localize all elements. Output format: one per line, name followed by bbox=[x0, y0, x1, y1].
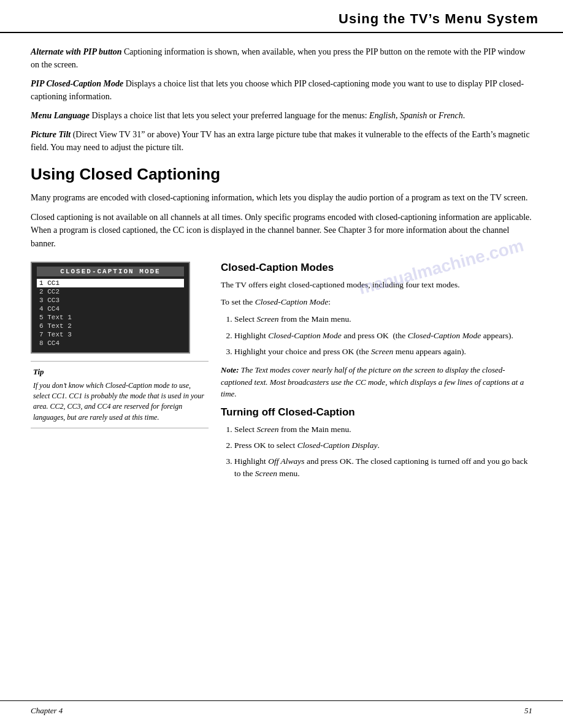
cc-modes-para1: The TV offers eight closed-captioned mod… bbox=[221, 279, 532, 291]
menu-language-text: Displays a choice list that lets you sel… bbox=[90, 111, 369, 120]
cc-modes-steps: Select Screen from the Main menu. Highli… bbox=[234, 313, 532, 358]
intro-section: Alternate with PIP button Captioning inf… bbox=[31, 45, 532, 154]
off-step-2: Press OK to select Closed-Caption Displa… bbox=[234, 439, 532, 452]
footer-chapter: Chapter 4 bbox=[31, 706, 63, 716]
intro-para-4: Picture Tilt (Direct View TV 31” or abov… bbox=[31, 128, 532, 154]
intro-para-2: PIP Closed-Caption Mode Displays a choic… bbox=[31, 77, 532, 103]
tv-item-cc3: 3 CC3 bbox=[37, 296, 184, 305]
cc-step-1: Select Screen from the Main menu. bbox=[234, 313, 532, 325]
body-para-2: Closed captioning is not available on al… bbox=[31, 211, 532, 251]
tv-title-bar: CLOSED-CAPTION MODE bbox=[37, 267, 184, 276]
cc-step-3: Highlight your choice and press OK (the … bbox=[234, 346, 532, 358]
cc-modes-heading: Closed-Caption Modes bbox=[221, 262, 532, 274]
left-column: CLOSED-CAPTION MODE 1 CC1 2 CC2 3 CC3 4 … bbox=[31, 262, 209, 487]
picture-tilt-label: Picture Tilt bbox=[31, 130, 71, 139]
lang-english-spanish: English, Spanish bbox=[369, 111, 427, 120]
tv-item-cc1: 1 CC1 bbox=[37, 279, 184, 287]
tip-label: Tip bbox=[33, 366, 206, 378]
tip-box: Tip If you don’t know which Closed-Capti… bbox=[31, 361, 209, 428]
two-column-layout: CLOSED-CAPTION MODE 1 CC1 2 CC2 3 CC3 4 … bbox=[31, 262, 532, 487]
right-column: Closed-Caption Modes The TV offers eight… bbox=[221, 262, 532, 487]
note-box: Note: The Text modes cover nearly half o… bbox=[221, 364, 532, 400]
tv-item-cc4b: 8 CC4 bbox=[37, 339, 184, 347]
off-step-3: Highlight Off Always and press OK. The c… bbox=[234, 455, 532, 480]
main-content: Alternate with PIP button Captioning inf… bbox=[0, 33, 563, 499]
page-footer: Chapter 4 51 bbox=[0, 700, 563, 716]
turning-off-heading: Turning off Closed-Caption bbox=[221, 406, 532, 419]
footer-page: 51 bbox=[524, 706, 532, 716]
turning-off-steps: Select Screen from the Main menu. Press … bbox=[234, 423, 532, 480]
tv-item-text2: 6 Text 2 bbox=[37, 322, 184, 330]
tv-item-text3: 7 Text 3 bbox=[37, 330, 184, 339]
tip-text: If you don’t know which Closed-Caption m… bbox=[33, 381, 206, 423]
section-heading: Using Closed Captioning bbox=[31, 165, 532, 184]
picture-tilt-text: (Direct View TV 31” or above) Your TV ha… bbox=[31, 130, 530, 152]
tv-item-cc2: 2 CC2 bbox=[37, 287, 184, 296]
tv-item-text1: 5 Text 1 bbox=[37, 313, 184, 322]
intro-para-3: Menu Language Displays a choice list tha… bbox=[31, 109, 532, 122]
intro-para-1: Alternate with PIP button Captioning inf… bbox=[31, 45, 532, 71]
lang-french: French bbox=[439, 111, 463, 120]
page-title: Using the TV’s Menu System bbox=[339, 11, 538, 26]
pip-cc-label: PIP Closed-Caption Mode bbox=[31, 79, 123, 88]
tv-screenshot: CLOSED-CAPTION MODE 1 CC1 2 CC2 3 CC3 4 … bbox=[31, 262, 190, 354]
cc-mode-link: Closed-Caption Mode bbox=[255, 297, 329, 306]
cc-modes-para2: To set the Closed-Caption Mode: bbox=[221, 296, 532, 308]
pip-button-label: Alternate with PIP button bbox=[31, 47, 121, 56]
note-label: Note: bbox=[221, 365, 239, 374]
note-text: The Text modes cover nearly half of the … bbox=[221, 365, 524, 398]
cc-step-2: Highlight Closed-Caption Mode and press … bbox=[234, 330, 532, 342]
page-header: Using the TV’s Menu System bbox=[0, 0, 563, 33]
off-step-1: Select Screen from the Main menu. bbox=[234, 423, 532, 436]
menu-language-label: Menu Language bbox=[31, 111, 90, 120]
body-para-1: Many programs are encoded with closed-ca… bbox=[31, 191, 532, 205]
tv-item-cc4: 4 CC4 bbox=[37, 305, 184, 313]
page: Using the TV’s Menu System manualmachine… bbox=[0, 0, 563, 728]
